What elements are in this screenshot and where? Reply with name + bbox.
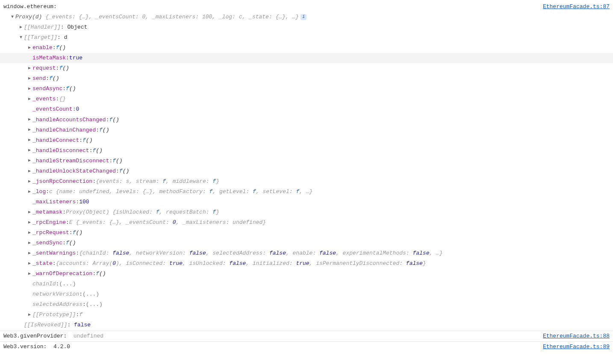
function-symbol: f	[109, 115, 112, 125]
property-row[interactable]: ▶_handleConnect: f ()	[0, 135, 613, 146]
console-message: Web3.givenProvider: undefined EthereumFa…	[0, 331, 613, 341]
disclosure-arrow-icon[interactable]: ▶	[27, 116, 32, 124]
property-row[interactable]: ▶_metamask: Proxy(Object) {isUnlocked: f…	[0, 207, 613, 217]
function-symbol: f	[66, 238, 69, 248]
property-row[interactable]: ▶_handleChainChanged: f ()	[0, 125, 613, 135]
disclosure-arrow-icon[interactable]: ▶	[27, 270, 32, 278]
disclosure-arrow-icon[interactable]: ▶	[27, 178, 32, 186]
property-key: [[Prototype]]	[32, 310, 76, 320]
property-key: _handleConnect	[32, 135, 79, 146]
property-row[interactable]: ▶_handleDisconnect: f ()	[0, 146, 613, 156]
disclosure-arrow-icon[interactable]: ▶	[27, 126, 32, 134]
proxy-label: Proxy(d)	[15, 12, 42, 22]
property-row[interactable]: ▶_sendSync: f ()	[0, 238, 613, 248]
info-icon[interactable]: i	[301, 14, 306, 20]
property-row[interactable]: ▶_state: {accounts: Array(0), isConnecte…	[0, 258, 613, 269]
disclosure-arrow-icon[interactable]: ▶	[27, 75, 32, 83]
property-row: ▶chainId: (...)	[0, 279, 613, 289]
console-message: window.ethereum: EthereumFacade.ts:87	[0, 2, 613, 12]
disclosure-arrow-icon[interactable]: ▶	[19, 23, 23, 32]
property-key: _rpcRequest	[32, 228, 69, 238]
property-key: _handleStreamDisconnect	[32, 156, 109, 166]
property-value: (...)	[83, 289, 99, 299]
proxy-preview: {_events: {…}, _eventsCount: 0, _maxList…	[45, 12, 299, 22]
property-key: _metamask	[32, 207, 62, 217]
log-value: 4.2.0	[53, 342, 70, 352]
is-revoked-value: false	[74, 320, 91, 330]
property-row[interactable]: ▶_rpcEngine: E {_events: {…}, _eventsCou…	[0, 217, 613, 228]
target-props: ▶enable: f ()▶isMetaMask: true▶request: …	[0, 43, 613, 320]
property-row[interactable]: ▶[[Prototype]]: f	[0, 310, 613, 320]
property-preview: Proxy(Object) {isUnlocked: f, requestBat…	[66, 207, 219, 217]
disclosure-arrow-icon[interactable]: ▶	[27, 167, 32, 176]
disclosure-arrow-icon[interactable]: ▶	[27, 250, 32, 258]
disclosure-arrow-icon[interactable]: ▶	[27, 65, 32, 73]
property-key: sendAsync	[32, 84, 62, 94]
log-label: window.ethereum:	[3, 2, 57, 12]
property-preview: E {_events: {…}, _eventsCount: 0, _maxLi…	[69, 217, 266, 228]
disclosure-arrow-icon[interactable]: ▶	[27, 219, 32, 227]
handler-key: [[Handler]]	[24, 22, 61, 32]
property-row[interactable]: ▶enable: f ()	[0, 43, 613, 53]
function-symbol: f	[56, 43, 59, 53]
disclosure-arrow-icon[interactable]: ▶	[27, 188, 32, 196]
property-value: (...)	[59, 279, 76, 289]
log-value: undefined	[74, 331, 103, 341]
handler-value: Object	[67, 22, 87, 32]
property-preview: {chainId: false, networkVersion: false, …	[79, 248, 442, 258]
property-key: _handleUnlockStateChanged	[32, 166, 116, 176]
property-row[interactable]: ▶_events: {}	[0, 94, 613, 104]
property-row[interactable]: ▶_rpcRequest: f ()	[0, 228, 613, 238]
property-row[interactable]: ▶request: f ()	[0, 63, 613, 73]
property-row: ▶networkVersion: (...)	[0, 289, 613, 299]
function-symbol: f	[99, 125, 103, 135]
property-key: _handleDisconnect	[32, 146, 89, 156]
property-value: 100	[79, 197, 89, 207]
property-key: _events	[32, 94, 56, 104]
disclosure-arrow-icon[interactable]: ▶	[27, 147, 32, 155]
property-row[interactable]: ▶_handleAccountsChanged: f ()	[0, 115, 613, 125]
function-symbol: f	[92, 146, 96, 156]
property-row[interactable]: ▶_handleStreamDisconnect: f ()	[0, 156, 613, 166]
disclosure-arrow-icon[interactable]: ▶	[27, 157, 32, 165]
source-link[interactable]: EthereumFacade.ts:87	[536, 2, 610, 12]
function-symbol: f	[59, 63, 62, 73]
disclosure-arrow-icon[interactable]: ▶	[27, 95, 32, 103]
disclosure-arrow-icon[interactable]: ▶	[27, 208, 32, 217]
handler-row[interactable]: ▶ [[Handler]] : Object	[0, 22, 613, 32]
property-key: request	[32, 63, 56, 73]
property-row[interactable]: ▶_warnOfDeprecation: f ()	[0, 269, 613, 279]
console-message: Web3.version: 4.2.0 EthereumFacade.ts:89	[0, 341, 613, 352]
property-key: _log	[32, 187, 46, 197]
disclosure-arrow-icon[interactable]: ▶	[27, 311, 32, 319]
target-row[interactable]: ▼ [[Target]] : d	[0, 32, 613, 43]
property-key: enable	[32, 43, 53, 53]
disclosure-arrow-icon[interactable]: ▶	[27, 229, 32, 237]
property-row: ▶isMetaMask: true	[0, 53, 613, 63]
property-key: chainId	[32, 279, 56, 289]
property-value: {}	[59, 94, 66, 104]
property-key: selectedAddress	[32, 299, 83, 310]
disclosure-arrow-icon[interactable]: ▶	[27, 260, 32, 268]
property-row[interactable]: ▶_jsonRpcConnection: {events: s, stream:…	[0, 176, 613, 187]
disclosure-arrow-icon[interactable]: ▶	[27, 85, 32, 93]
disclosure-arrow-icon[interactable]: ▶	[27, 239, 32, 247]
property-value: true	[69, 53, 83, 63]
property-row[interactable]: ▶send: f ()	[0, 73, 613, 84]
property-row[interactable]: ▶sendAsync: f ()	[0, 84, 613, 94]
disclosure-arrow-icon[interactable]: ▼	[19, 34, 23, 42]
source-link[interactable]: EthereumFacade.ts:88	[536, 331, 610, 341]
source-link[interactable]: EthereumFacade.ts:89	[536, 342, 610, 352]
property-key: _rpcEngine	[32, 217, 66, 228]
disclosure-arrow-icon[interactable]: ▶	[27, 136, 32, 144]
property-row[interactable]: ▶_handleUnlockStateChanged: f ()	[0, 166, 613, 176]
property-preview: {accounts: Array(0), isConnected: true, …	[56, 258, 426, 269]
disclosure-arrow-icon[interactable]: ▼	[10, 13, 15, 21]
property-row: ▶selectedAddress: (...)	[0, 299, 613, 310]
disclosure-arrow-icon[interactable]: ▶	[27, 44, 32, 52]
property-row[interactable]: ▶_sentWarnings: {chainId: false, network…	[0, 248, 613, 258]
function-symbol: f	[66, 84, 69, 94]
proxy-header-row[interactable]: ▼ Proxy(d) {_events: {…}, _eventsCount: …	[0, 12, 613, 22]
property-preview: c {name: undefined, levels: {…}, methodF…	[49, 187, 312, 197]
property-row[interactable]: ▶_log: c {name: undefined, levels: {…}, …	[0, 187, 613, 197]
